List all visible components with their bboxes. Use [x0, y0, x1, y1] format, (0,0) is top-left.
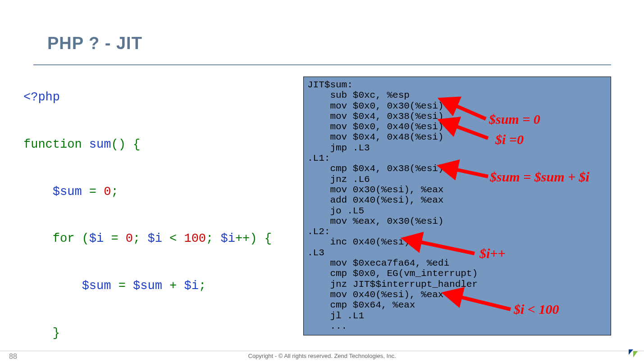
plus: + — [162, 279, 184, 293]
lit-0: 0 — [104, 185, 111, 199]
var-sum: $sum — [133, 279, 162, 293]
svg-line-5 — [451, 168, 488, 176]
var-i: $i — [89, 232, 104, 245]
semi: ; — [199, 279, 206, 293]
asm-line: sub $0xc, %esp — [307, 90, 410, 100]
eq: = — [104, 232, 126, 245]
asm-line: jl .L1 — [307, 311, 364, 321]
arrow-icon — [409, 235, 477, 258]
var-i: $i — [147, 232, 162, 245]
asm-line: inc 0x40(%esi) — [307, 237, 410, 247]
asm-line: cmp $0x4, 0x38(%esi) — [307, 163, 443, 174]
copyright-text: Copyright - © All rights reserved. Zend … — [0, 353, 644, 359]
asm-line: mov $0x4, 0x38(%esi) — [307, 111, 443, 122]
kw-function: function — [23, 138, 82, 151]
for-open: ( — [74, 232, 89, 245]
asm-line: mov $0x4, 0x48(%esi) — [307, 132, 443, 142]
sep: ; — [206, 232, 220, 245]
php-code-block: <?php function sum() { $sum = 0; for ($i… — [23, 86, 272, 362]
lit-0: 0 — [126, 232, 133, 245]
arrow-icon — [450, 290, 513, 314]
fn-paren-brace: () { — [111, 138, 140, 151]
lt: < — [162, 232, 184, 245]
asm-line: JIT$sum: — [307, 80, 353, 90]
footer-divider — [0, 351, 644, 351]
indent — [23, 232, 53, 245]
asm-line: mov 0x40(%esi), %eax — [307, 290, 443, 300]
svg-line-9 — [455, 296, 511, 309]
svg-marker-10 — [629, 349, 633, 355]
asm-line: jnz .L6 — [307, 174, 370, 185]
inc: ++ — [235, 232, 250, 245]
arrow-icon — [445, 118, 490, 143]
fn-name: sum — [89, 138, 111, 151]
asm-line: jnz JIT$$interrupt_handler — [307, 279, 478, 290]
for-close: ) { — [250, 232, 272, 245]
zend-logo-icon — [628, 348, 639, 359]
asm-line: ... — [307, 321, 347, 331]
asm-line: .L2: — [307, 226, 330, 237]
asm-line: mov $0xeca7fa64, %edi — [307, 258, 449, 268]
lit-100: 100 — [184, 232, 206, 245]
var-i: $i — [184, 279, 198, 293]
asm-line: cmp $0x0, EG(vm_interrupt) — [307, 268, 478, 279]
sep: ; — [133, 232, 147, 245]
eq: = — [111, 279, 133, 293]
annotation-i-lt-100: $i < 100 — [514, 302, 559, 317]
indent — [23, 279, 82, 293]
asm-line: mov $0x0, 0x30(%esi) — [307, 101, 443, 111]
svg-marker-11 — [633, 351, 638, 357]
annotation-sum-0: $sum = 0 — [489, 112, 540, 127]
indent — [23, 326, 53, 340]
title-divider — [33, 64, 611, 65]
eq: = — [82, 185, 104, 199]
arrow-icon — [445, 162, 490, 182]
svg-line-7 — [415, 241, 475, 253]
asm-line: cmp $0x64, %eax — [307, 300, 415, 310]
svg-line-3 — [451, 124, 488, 138]
kw-for: for — [53, 232, 75, 245]
asm-line: mov $0x0, 0x40(%esi) — [307, 122, 443, 132]
var-i: $i — [220, 232, 235, 245]
asm-line: mov %eax, 0x30(%esi) — [307, 216, 443, 226]
var-sum: $sum — [53, 185, 82, 199]
semi: ; — [111, 185, 118, 199]
annotation-i-0: $i =0 — [495, 132, 524, 147]
var-sum: $sum — [82, 279, 111, 293]
php-open-tag: <?php — [23, 90, 60, 104]
asm-line: .L3 — [307, 248, 324, 258]
asm-line: jo .L5 — [307, 206, 364, 216]
asm-line: add 0x40(%esi), %eax — [307, 195, 443, 205]
slide: PHP ? - JIT <?php function sum() { $sum … — [0, 0, 644, 362]
annotation-sum-plus-i: $sum = $sum + $i — [490, 169, 589, 185]
asm-line: mov 0x30(%esi), %eax — [307, 185, 443, 195]
annotation-i-inc: $i++ — [480, 246, 506, 261]
asm-line: jmp .L3 — [307, 143, 370, 153]
svg-line-1 — [451, 104, 486, 119]
brace-close: } — [53, 326, 60, 340]
asm-line: .L1: — [307, 153, 330, 163]
slide-title: PHP ? - JIT — [47, 34, 142, 53]
indent — [23, 185, 53, 199]
